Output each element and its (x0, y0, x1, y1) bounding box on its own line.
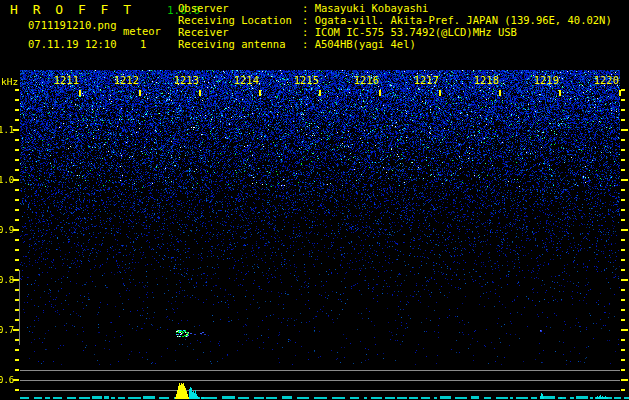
freq-minor-tick-left (15, 89, 19, 91)
freq-minor-tick-left (15, 159, 19, 161)
freq-major-tick-right (621, 129, 628, 131)
metadata-value: : Masayuki Kobayashi (302, 2, 428, 14)
freq-major-tick-right (621, 279, 628, 281)
time-tick-mark (439, 90, 441, 96)
metadata-row: Receiving Location: Ogata-vill. Akita-Pr… (178, 14, 612, 26)
freq-minor-tick-left (15, 209, 19, 211)
freq-minor-tick-left (15, 359, 19, 361)
freq-tick-label: 0.9 (0, 225, 13, 235)
spectrogram-canvas (20, 70, 620, 365)
metadata-value: : A504HB(yagi 4el) (302, 38, 416, 50)
freq-minor-tick-right (621, 159, 625, 161)
time-tick-label: 1215 (291, 74, 319, 86)
metadata-label: Receiving Location (178, 14, 302, 26)
mode-label: meteor (123, 26, 161, 38)
freq-minor-tick-left (15, 239, 19, 241)
metadata-label: Receiver (178, 26, 302, 38)
freq-major-tick-right (621, 229, 628, 231)
left-frame-line (19, 270, 20, 345)
signal-level-canvas (20, 365, 629, 400)
freq-minor-tick-left (15, 149, 19, 151)
freq-minor-tick-left (15, 169, 19, 171)
freq-minor-tick-right (621, 249, 625, 251)
freq-minor-tick-right (621, 189, 625, 191)
hrofft-output-image: H R O F F T 1.0.0 0711191210.png meteor … (0, 0, 629, 400)
meteor-count: 1 (140, 39, 146, 51)
time-tick-label: 1217 (411, 74, 439, 86)
freq-minor-tick-left (15, 349, 19, 351)
freq-minor-tick-right (621, 89, 625, 91)
metadata-row: Receiving antenna: A504HB(yagi 4el) (178, 38, 416, 50)
datetime-label: 07.11.19 12:10 (28, 39, 117, 51)
freq-minor-tick-left (15, 259, 19, 261)
freq-tick-label: 1.0 (0, 175, 13, 185)
freq-minor-tick-right (621, 239, 625, 241)
freq-minor-tick-right (621, 289, 625, 291)
time-tick-label: 1218 (471, 74, 499, 86)
freq-minor-tick-right (621, 119, 625, 121)
freq-tick-label: 0.7 (0, 325, 13, 335)
time-tick-mark (79, 90, 81, 96)
time-tick-label: 1220 (591, 74, 619, 86)
freq-minor-tick-right (621, 109, 625, 111)
freq-minor-tick-right (621, 199, 625, 201)
freq-tick-label: 0.8 (0, 275, 13, 285)
time-tick-mark (139, 90, 141, 96)
freq-minor-tick-left (15, 199, 19, 201)
freq-minor-tick-right (621, 359, 625, 361)
freq-major-tick-right (621, 329, 628, 331)
freq-minor-tick-right (621, 169, 625, 171)
freq-minor-tick-left (15, 109, 19, 111)
freq-tick-label: 0.6 (0, 375, 13, 385)
time-tick-mark (559, 90, 561, 96)
freq-axis-unit: kHz (1, 76, 18, 87)
freq-minor-tick-right (621, 149, 625, 151)
freq-minor-tick-left (15, 249, 19, 251)
freq-minor-tick-right (621, 139, 625, 141)
time-tick-label: 1211 (51, 74, 79, 86)
metadata-row: Observer: Masayuki Kobayashi (178, 2, 428, 14)
freq-minor-tick-right (621, 99, 625, 101)
freq-minor-tick-right (621, 219, 625, 221)
freq-minor-tick-right (621, 309, 625, 311)
freq-minor-tick-left (15, 389, 19, 391)
freq-tick-label: 1.1 (0, 125, 13, 135)
freq-minor-tick-left (15, 189, 19, 191)
time-tick-mark (259, 90, 261, 96)
metadata-value: : ICOM IC-575 53.7492(@LCD)MHz USB (302, 26, 517, 38)
app-title: H R O F F T (10, 3, 135, 17)
time-tick-mark (499, 90, 501, 96)
freq-minor-tick-left (15, 99, 19, 101)
freq-minor-tick-right (621, 259, 625, 261)
freq-minor-tick-right (621, 319, 625, 321)
time-tick-label: 1219 (531, 74, 559, 86)
freq-minor-tick-left (15, 119, 19, 121)
freq-minor-tick-right (621, 339, 625, 341)
freq-minor-tick-right (621, 299, 625, 301)
freq-minor-tick-left (15, 219, 19, 221)
freq-minor-tick-right (621, 269, 625, 271)
freq-minor-tick-right (621, 209, 625, 211)
time-tick-label: 1214 (231, 74, 259, 86)
time-tick-label: 1212 (111, 74, 139, 86)
freq-minor-tick-left (15, 369, 19, 371)
output-filename: 0711191210.png (28, 20, 117, 32)
time-tick-label: 1216 (351, 74, 379, 86)
metadata-label: Receiving antenna (178, 38, 302, 50)
time-tick-mark (199, 90, 201, 96)
freq-minor-tick-right (621, 349, 625, 351)
time-tick-mark (379, 90, 381, 96)
metadata-row: Receiver: ICOM IC-575 53.7492(@LCD)MHz U… (178, 26, 517, 38)
metadata-label: Observer (178, 2, 302, 14)
freq-minor-tick-left (15, 139, 19, 141)
freq-major-tick-right (621, 179, 628, 181)
time-tick-mark (319, 90, 321, 96)
metadata-value: : Ogata-vill. Akita-Pref. JAPAN (139.96E… (302, 14, 612, 26)
time-tick-label: 1213 (171, 74, 199, 86)
